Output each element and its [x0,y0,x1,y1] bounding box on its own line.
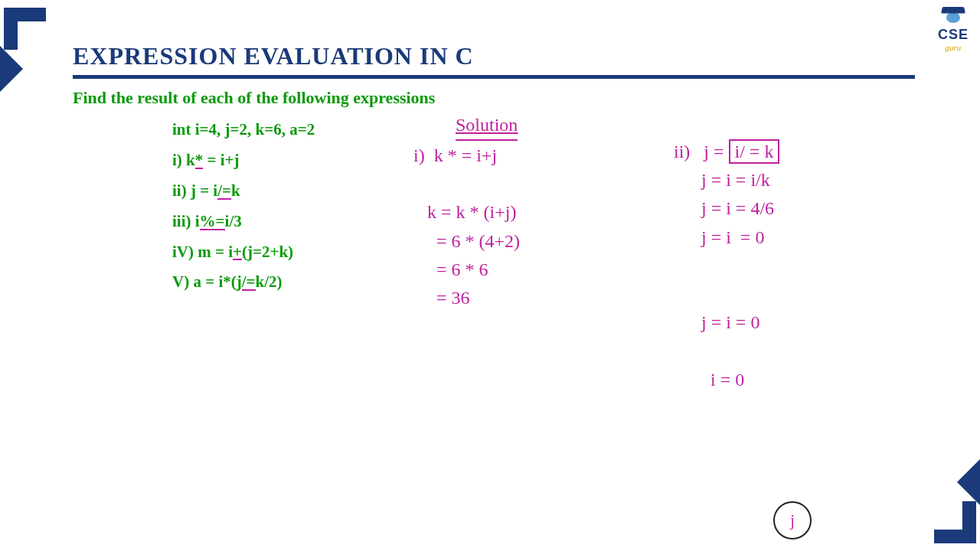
problem-2: ii) j = i/=k [172,176,315,207]
problem-3: iii) i%=i/3 [172,207,315,237]
problem-1: i) k* = i+j [172,145,315,176]
page-title: EXPRESSION EVALUATION IN C [73,42,474,70]
logo-text-sub: guru [938,43,969,52]
corner-decoration-tl-arrow [0,46,23,92]
solution-heading: Solution [456,111,518,141]
solution-working-2: ii) j = i/ = k j = i = i/k j = i = 4/6 j… [674,138,779,394]
corner-decoration-br [934,501,976,543]
cursor-mark: j [790,512,795,530]
solution-working-1: i) k * = i+j k = k * (i+j) = 6 * (4+2) =… [413,142,520,312]
logo-text-main: CSE [938,27,969,43]
corner-decoration-tl [4,8,46,50]
brand-logo: CSE guru [938,6,969,52]
title-underline [73,75,915,79]
problem-list: int i=4, j=2, k=6, a=2 i) k* = i+j ii) j… [172,115,315,298]
pen-cursor-icon: j [773,501,812,540]
graduation-cap-icon [942,6,965,25]
question-prompt: Find the result of each of the following… [73,88,435,108]
declaration-line: int i=4, j=2, k=6, a=2 [172,115,315,145]
problem-5: V) a = i*(j/=k/2) [172,267,315,298]
problem-4: iV) m = i+(j=2+k) [172,237,315,268]
corner-decoration-br-arrow [957,459,980,505]
